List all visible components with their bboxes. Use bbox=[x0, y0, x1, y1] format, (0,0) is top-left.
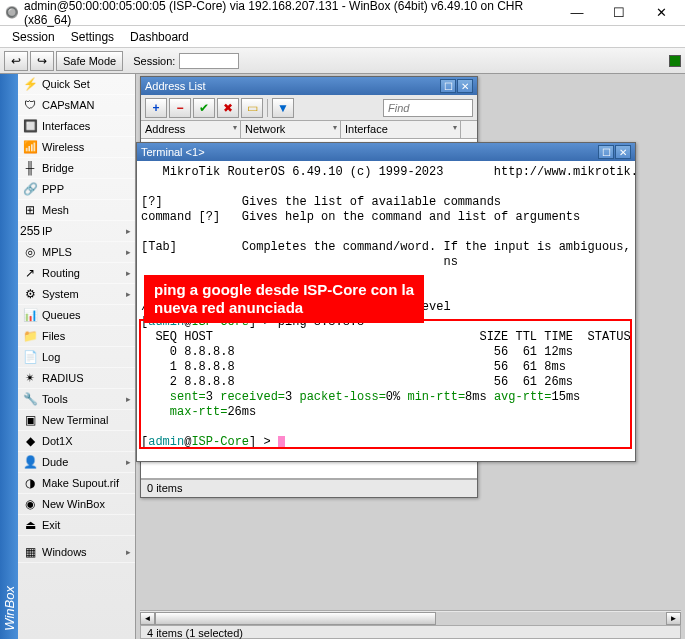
sidebar-item-label: Make Supout.rif bbox=[42, 477, 131, 489]
sidebar-item-new-winbox[interactable]: ◉New WinBox bbox=[18, 494, 135, 515]
filter-button[interactable]: ▼ bbox=[272, 98, 294, 118]
sidebar-item-wireless[interactable]: 📶Wireless bbox=[18, 137, 135, 158]
window-title: admin@50:00:00:05:00:05 (ISP-Core) via 1… bbox=[24, 0, 557, 27]
safe-mode-button[interactable]: Safe Mode bbox=[56, 51, 123, 71]
sidebar-item-label: Bridge bbox=[42, 162, 131, 174]
undo-button[interactable]: ↩ bbox=[4, 51, 28, 71]
sidebar-item-label: Windows bbox=[42, 546, 122, 558]
sidebar-icon: 📄 bbox=[22, 349, 38, 365]
terminal-title: Terminal <1> bbox=[141, 146, 205, 158]
sidebar-item-system[interactable]: ⚙System▸ bbox=[18, 284, 135, 305]
sidebar-item-label: Mesh bbox=[42, 204, 131, 216]
sidebar-icon: ◑ bbox=[22, 475, 38, 491]
comment-button[interactable]: ▭ bbox=[241, 98, 263, 118]
sidebar-icon: ▣ bbox=[22, 412, 38, 428]
scroll-right-icon[interactable]: ► bbox=[666, 612, 681, 625]
scroll-thumb[interactable] bbox=[155, 612, 436, 625]
sidebar-item-ppp[interactable]: 🔗PPP bbox=[18, 179, 135, 200]
close-button[interactable]: ✕ bbox=[641, 2, 681, 24]
sidebar-item-label: Log bbox=[42, 351, 131, 363]
redo-button[interactable]: ↪ bbox=[30, 51, 54, 71]
sidebar-icon: ✴ bbox=[22, 370, 38, 386]
chevron-right-icon: ▸ bbox=[126, 394, 131, 404]
sidebar-item-make-supout-rif[interactable]: ◑Make Supout.rif bbox=[18, 473, 135, 494]
session-label: Session: bbox=[133, 55, 175, 67]
sidebar-item-label: New Terminal bbox=[42, 414, 131, 426]
sidebar-icon: 📶 bbox=[22, 139, 38, 155]
menu-session[interactable]: Session bbox=[4, 28, 63, 46]
sidebar-item-routing[interactable]: ↗Routing▸ bbox=[18, 263, 135, 284]
terminal-close-icon[interactable]: ✕ bbox=[615, 145, 631, 159]
address-list-close-icon[interactable]: ✕ bbox=[457, 79, 473, 93]
sidebar-item-label: Dot1X bbox=[42, 435, 131, 447]
menubar: Session Settings Dashboard bbox=[0, 26, 685, 48]
sidebar-item-label: MPLS bbox=[42, 246, 122, 258]
app-icon: 🔘 bbox=[4, 5, 20, 21]
sidebar-item-bridge[interactable]: ╫Bridge bbox=[18, 158, 135, 179]
footer-scrollbar[interactable]: ◄ ► bbox=[140, 610, 681, 625]
sidebar-icon: 👤 bbox=[22, 454, 38, 470]
sidebar-icon: 🔲 bbox=[22, 118, 38, 134]
sidebar-item-radius[interactable]: ✴RADIUS bbox=[18, 368, 135, 389]
chevron-right-icon: ▸ bbox=[126, 268, 131, 278]
terminal-minimize-icon[interactable]: ☐ bbox=[598, 145, 614, 159]
sidebar-item-capsman[interactable]: 🛡CAPsMAN bbox=[18, 95, 135, 116]
sidebar-item-new-terminal[interactable]: ▣New Terminal bbox=[18, 410, 135, 431]
sidebar-icon: ╫ bbox=[22, 160, 38, 176]
sidebar-item-label: CAPsMAN bbox=[42, 99, 131, 111]
chevron-right-icon: ▸ bbox=[126, 247, 131, 257]
sidebar-icon: ⏏ bbox=[22, 517, 38, 533]
minimize-button[interactable]: — bbox=[557, 2, 597, 24]
sidebar-item-exit[interactable]: ⏏Exit bbox=[18, 515, 135, 536]
sidebar-item-queues[interactable]: 📊Queues bbox=[18, 305, 135, 326]
sidebar-item-label: Files bbox=[42, 330, 131, 342]
col-address[interactable]: Address bbox=[141, 121, 241, 138]
address-list-minimize-icon[interactable]: ☐ bbox=[440, 79, 456, 93]
vertical-title: WinBox bbox=[0, 74, 18, 639]
add-button[interactable]: + bbox=[145, 98, 167, 118]
sidebar-icon: 📊 bbox=[22, 307, 38, 323]
sidebar-item-ip[interactable]: 255IP▸ bbox=[18, 221, 135, 242]
sidebar-icon: ↗ bbox=[22, 265, 38, 281]
footer-status: 4 items (1 selected) bbox=[140, 625, 681, 639]
scroll-left-icon[interactable]: ◄ bbox=[140, 612, 155, 625]
sidebar-item-windows[interactable]: ▦Windows▸ bbox=[18, 542, 135, 563]
col-network[interactable]: Network bbox=[241, 121, 341, 138]
sidebar-item-files[interactable]: 📁Files bbox=[18, 326, 135, 347]
sidebar-item-label: Tools bbox=[42, 393, 122, 405]
find-input[interactable] bbox=[383, 99, 473, 117]
sidebar-item-tools[interactable]: 🔧Tools▸ bbox=[18, 389, 135, 410]
sidebar-item-label: Queues bbox=[42, 309, 131, 321]
col-interface[interactable]: Interface bbox=[341, 121, 461, 138]
sidebar-item-label: System bbox=[42, 288, 122, 300]
sidebar-icon: 🛡 bbox=[22, 97, 38, 113]
sidebar-item-mpls[interactable]: ◎MPLS▸ bbox=[18, 242, 135, 263]
connection-status-indicator bbox=[669, 55, 681, 67]
menu-dashboard[interactable]: Dashboard bbox=[122, 28, 197, 46]
sidebar-item-label: Interfaces bbox=[42, 120, 131, 132]
remove-button[interactable]: − bbox=[169, 98, 191, 118]
session-input[interactable] bbox=[179, 53, 239, 69]
workspace: Address List ☐ ✕ + − ✔ ✖ ▭ ▼ Address Net… bbox=[136, 74, 685, 639]
sidebar-icon: 🔧 bbox=[22, 391, 38, 407]
sidebar-item-interfaces[interactable]: 🔲Interfaces bbox=[18, 116, 135, 137]
enable-button[interactable]: ✔ bbox=[193, 98, 215, 118]
sidebar-icon: ◎ bbox=[22, 244, 38, 260]
sidebar-item-label: New WinBox bbox=[42, 498, 131, 510]
sidebar-icon: ◉ bbox=[22, 496, 38, 512]
sidebar-item-log[interactable]: 📄Log bbox=[18, 347, 135, 368]
sidebar-item-label: Routing bbox=[42, 267, 122, 279]
maximize-button[interactable]: ☐ bbox=[599, 2, 639, 24]
sidebar-item-label: IP bbox=[42, 225, 122, 237]
address-list-status: 0 items bbox=[141, 479, 477, 497]
sidebar-item-quick-set[interactable]: ⚡Quick Set bbox=[18, 74, 135, 95]
disable-button[interactable]: ✖ bbox=[217, 98, 239, 118]
sidebar-item-dude[interactable]: 👤Dude▸ bbox=[18, 452, 135, 473]
sidebar-icon: ⊞ bbox=[22, 202, 38, 218]
chevron-right-icon: ▸ bbox=[126, 289, 131, 299]
chevron-right-icon: ▸ bbox=[126, 547, 131, 557]
menu-settings[interactable]: Settings bbox=[63, 28, 122, 46]
sidebar-item-mesh[interactable]: ⊞Mesh bbox=[18, 200, 135, 221]
annotation-callout: ping a google desde ISP-Core con la nuev… bbox=[144, 275, 424, 323]
sidebar-item-dot1x[interactable]: ◆Dot1X bbox=[18, 431, 135, 452]
